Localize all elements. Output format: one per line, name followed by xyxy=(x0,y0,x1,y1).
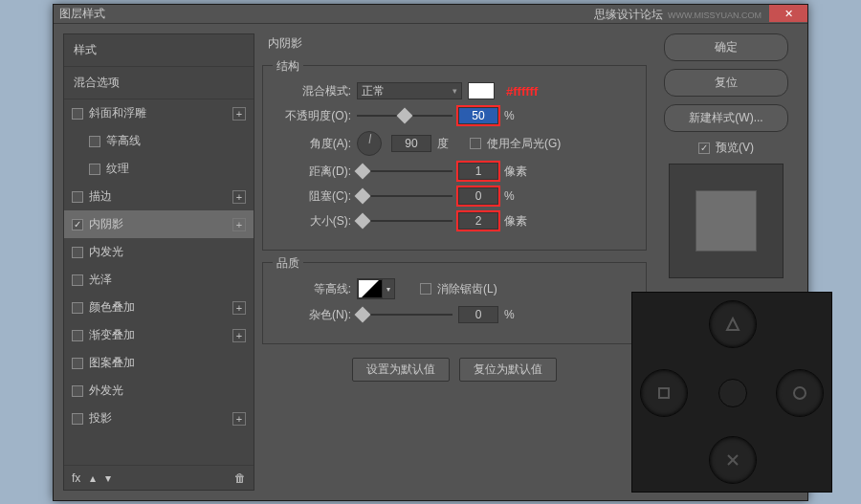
angle-input[interactable]: 90 xyxy=(391,135,431,152)
effect-item-5[interactable]: 内发光 xyxy=(64,238,254,266)
blend-mode-select[interactable]: 正常 ▾ xyxy=(357,82,462,99)
effect-title: 内阴影 xyxy=(262,33,647,54)
fx-icon[interactable]: fx xyxy=(72,471,80,485)
reset-default-button[interactable]: 复位为默认值 xyxy=(459,358,557,382)
effect-label: 等高线 xyxy=(106,133,246,149)
effect-item-10[interactable]: 外发光 xyxy=(64,377,254,405)
close-button[interactable]: ✕ xyxy=(769,5,807,22)
opacity-slider[interactable] xyxy=(357,109,453,122)
noise-label: 杂色(N): xyxy=(275,307,351,323)
sidebar-footer: fx ▴ ▾ 🗑 xyxy=(64,465,254,490)
effect-item-8[interactable]: 渐变叠加+ xyxy=(64,321,254,349)
svg-rect-1 xyxy=(659,388,669,398)
color-swatch[interactable] xyxy=(468,82,495,99)
preview-box xyxy=(669,164,784,278)
effect-item-1[interactable]: 等高线 xyxy=(64,127,254,155)
effect-label: 颜色叠加 xyxy=(89,299,227,316)
effect-label: 投影 xyxy=(89,410,227,427)
sidebar-header-blend[interactable]: 混合选项 xyxy=(64,67,254,99)
main-panel: 内阴影 结构 混合模式: 正常 ▾ #ffffff 不透明度(O): 50 xyxy=(262,33,647,491)
preview-swatch xyxy=(695,190,757,252)
effect-checkbox[interactable] xyxy=(72,274,83,286)
dpad-overlay xyxy=(631,292,832,493)
effect-item-3[interactable]: 描边+ xyxy=(64,183,254,210)
dpad-triangle-button[interactable] xyxy=(709,300,757,348)
effect-item-0[interactable]: 斜面和浮雕+ xyxy=(64,99,254,127)
chevron-down-icon: ▾ xyxy=(383,279,394,298)
window-title: 图层样式 xyxy=(59,6,105,22)
noise-slider[interactable] xyxy=(357,308,453,321)
effect-label: 斜面和浮雕 xyxy=(89,105,227,121)
effect-item-7[interactable]: 颜色叠加+ xyxy=(64,294,254,321)
make-default-button[interactable]: 设置为默认值 xyxy=(352,358,450,382)
sidebar-header-styles[interactable]: 样式 xyxy=(64,34,254,67)
dpad-cross-button[interactable] xyxy=(709,436,757,484)
effect-checkbox[interactable] xyxy=(72,302,83,314)
size-input[interactable]: 2 xyxy=(458,212,498,230)
effect-checkbox[interactable] xyxy=(89,164,100,175)
structure-group: 结构 混合模式: 正常 ▾ #ffffff 不透明度(O): 50 % xyxy=(262,65,647,251)
dpad-square-button[interactable] xyxy=(640,369,688,417)
effect-label: 光泽 xyxy=(89,272,246,288)
add-instance-icon[interactable]: + xyxy=(232,218,246,231)
effect-checkbox[interactable] xyxy=(72,247,83,258)
add-instance-icon[interactable]: + xyxy=(232,190,246,204)
arrow-down-icon[interactable]: ▾ xyxy=(105,471,111,485)
effect-item-4[interactable]: 内阴影+ xyxy=(64,210,254,238)
effect-checkbox[interactable] xyxy=(72,385,83,397)
effect-label: 图案叠加 xyxy=(89,355,246,371)
blend-mode-label: 混合模式: xyxy=(275,83,351,99)
effect-item-2[interactable]: 纹理 xyxy=(64,155,254,183)
add-instance-icon[interactable]: + xyxy=(232,329,246,342)
quality-legend: 品质 xyxy=(273,255,303,272)
cancel-button[interactable]: 复位 xyxy=(664,69,788,97)
effect-label: 描边 xyxy=(89,188,227,205)
effect-checkbox[interactable] xyxy=(72,191,83,203)
effect-label: 内阴影 xyxy=(89,216,227,232)
size-slider[interactable] xyxy=(357,214,453,228)
distance-input[interactable]: 1 xyxy=(458,163,498,180)
trash-icon[interactable]: 🗑 xyxy=(234,471,246,485)
add-instance-icon[interactable]: + xyxy=(232,301,246,315)
watermark: 思缘设计论坛 WWW.MISSYUAN.COM xyxy=(594,7,762,23)
structure-legend: 结构 xyxy=(273,58,303,75)
effect-label: 渐变叠加 xyxy=(89,327,227,343)
opacity-input[interactable]: 50 xyxy=(458,107,498,124)
effect-item-6[interactable]: 光泽 xyxy=(64,266,254,294)
choke-input[interactable]: 0 xyxy=(458,187,498,205)
dpad-center[interactable] xyxy=(718,379,747,407)
effect-item-11[interactable]: 投影+ xyxy=(64,405,254,432)
effects-list: 斜面和浮雕+等高线纹理描边+内阴影+内发光光泽颜色叠加+渐变叠加+图案叠加外发光… xyxy=(64,99,254,465)
angle-label: 角度(A): xyxy=(275,136,351,152)
angle-dial[interactable] xyxy=(357,131,382,156)
antialias-checkbox[interactable] xyxy=(420,283,431,295)
effect-checkbox[interactable] xyxy=(89,136,100,147)
ok-button[interactable]: 确定 xyxy=(664,33,788,61)
styles-sidebar: 样式 混合选项 斜面和浮雕+等高线纹理描边+内阴影+内发光光泽颜色叠加+渐变叠加… xyxy=(63,33,254,491)
distance-label: 距离(D): xyxy=(275,164,351,180)
color-annotation: #ffffff xyxy=(506,84,538,99)
global-light-label: 使用全局光(G) xyxy=(487,136,561,152)
effect-checkbox[interactable] xyxy=(72,108,83,120)
dpad-circle-button[interactable] xyxy=(776,369,824,417)
global-light-checkbox[interactable] xyxy=(470,138,481,149)
choke-slider[interactable] xyxy=(357,189,453,203)
effect-item-9[interactable]: 图案叠加 xyxy=(64,349,254,377)
contour-picker[interactable]: ▾ xyxy=(357,278,395,299)
preview-checkbox[interactable] xyxy=(698,142,710,154)
new-style-button[interactable]: 新建样式(W)... xyxy=(664,104,788,132)
arrow-up-icon[interactable]: ▴ xyxy=(90,471,96,485)
effect-checkbox[interactable] xyxy=(72,219,83,230)
add-instance-icon[interactable]: + xyxy=(232,412,246,426)
preview-label: 预览(V) xyxy=(716,140,754,156)
effect-checkbox[interactable] xyxy=(72,358,83,369)
titlebar[interactable]: 图层样式 思缘设计论坛 WWW.MISSYUAN.COM ✕ xyxy=(54,5,807,24)
effect-checkbox[interactable] xyxy=(72,330,83,341)
quality-group: 品质 等高线: ▾ 消除锯齿(L) 杂色(N): 0 % xyxy=(262,262,647,344)
effect-label: 内发光 xyxy=(89,244,246,260)
contour-label: 等高线: xyxy=(275,281,351,297)
distance-slider[interactable] xyxy=(357,164,453,178)
noise-input[interactable]: 0 xyxy=(458,306,498,323)
effect-checkbox[interactable] xyxy=(72,413,83,425)
add-instance-icon[interactable]: + xyxy=(232,107,246,121)
